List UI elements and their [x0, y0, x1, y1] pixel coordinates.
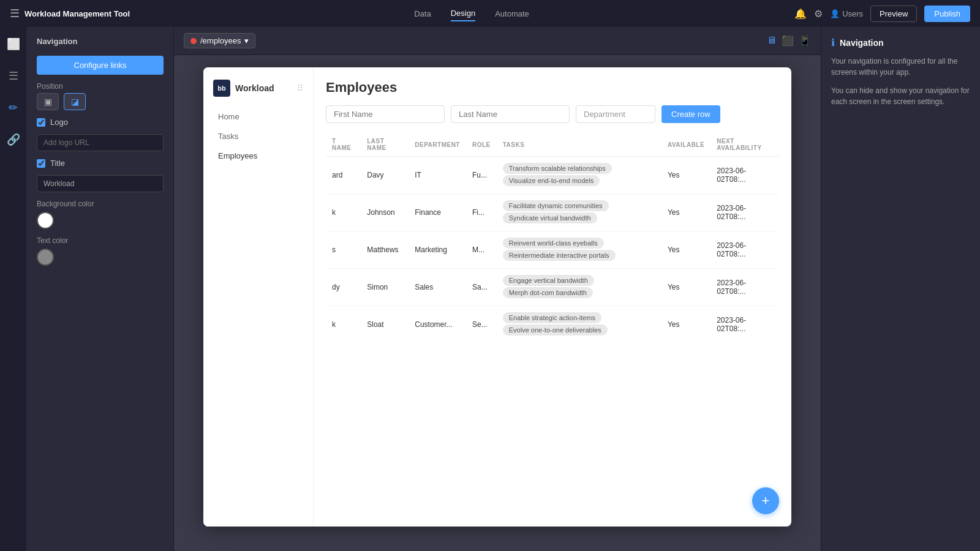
- cell-first: k: [326, 306, 361, 343]
- configure-links-button[interactable]: Configure links: [37, 56, 164, 75]
- publish-button[interactable]: Publish: [924, 6, 970, 22]
- drag-icon[interactable]: ⠿: [297, 83, 303, 93]
- cell-last: Simon: [361, 269, 409, 306]
- route-chevron: ▾: [244, 36, 249, 45]
- tablet-icon[interactable]: ⬛: [782, 35, 794, 47]
- cell-role: M...: [466, 231, 497, 269]
- text-color-picker[interactable]: [37, 249, 54, 266]
- right-panel-title: Navigation: [840, 38, 884, 48]
- cell-role: Fu...: [466, 157, 497, 194]
- users-label: Users: [842, 9, 863, 18]
- text-color-label: Text color: [37, 236, 164, 245]
- cell-first: dy: [326, 269, 361, 306]
- title-checkbox[interactable]: [37, 159, 45, 168]
- preview-topbar: /employees ▾ 🖥 ⬛ 📱: [174, 27, 821, 55]
- table-row[interactable]: ard Davy IT Fu... Transform scalable rel…: [326, 157, 779, 194]
- sidebar-icon-link[interactable]: 🔗: [4, 130, 23, 149]
- col-available: AVAILABLE: [662, 133, 710, 157]
- cell-first: ard: [326, 157, 361, 194]
- position-left-button[interactable]: ▣: [37, 93, 59, 110]
- cell-next-avail: 2023-06-02T08:...: [710, 194, 779, 231]
- cell-dept: Customer...: [409, 306, 466, 343]
- title-label: Title: [50, 159, 65, 168]
- settings-icon[interactable]: ⚙: [814, 8, 823, 20]
- tab-data[interactable]: Data: [414, 7, 431, 21]
- cell-dept: Marketing: [409, 231, 466, 269]
- create-row-button[interactable]: Create row: [662, 105, 720, 123]
- route-badge[interactable]: /employees ▾: [184, 33, 255, 48]
- notification-icon[interactable]: 🔔: [794, 8, 807, 20]
- cell-dept: Sales: [409, 269, 466, 306]
- app-logo-area: bb Workload ⠿: [203, 75, 313, 107]
- col-role: ROLE: [466, 133, 497, 157]
- preview-area: /employees ▾ 🖥 ⬛ 📱 bb Workload ⠿ Home: [174, 27, 821, 551]
- sidebar-icon-screen[interactable]: ⬜: [4, 34, 23, 54]
- task-tag: Visualize end-to-end models: [503, 175, 600, 186]
- task-tag: Enable strategic action-items: [503, 312, 601, 323]
- bg-color-picker[interactable]: [37, 212, 54, 229]
- user-icon: 👤: [830, 9, 840, 18]
- cell-first: k: [326, 194, 361, 231]
- cell-available: Yes: [662, 157, 710, 194]
- col-next-avail: NEXT AVAILABILITY: [710, 133, 779, 157]
- cell-dept: IT: [409, 157, 466, 194]
- right-panel-header: ℹ Navigation: [831, 37, 970, 48]
- sidebar-icon-pen[interactable]: ✏: [4, 98, 23, 118]
- task-tag: Facilitate dynamic communities: [503, 200, 609, 211]
- cell-last: Johnson: [361, 194, 409, 231]
- title-input[interactable]: [37, 175, 164, 192]
- app-sidebar: bb Workload ⠿ Home Tasks Employees: [203, 67, 314, 527]
- col-lastname: LAST NAME: [361, 133, 409, 157]
- info-icon: ℹ: [831, 37, 835, 48]
- menu-icon[interactable]: ☰: [10, 7, 20, 20]
- mobile-icon[interactable]: 📱: [799, 35, 811, 47]
- logo-url-input[interactable]: [37, 134, 164, 151]
- col-firstname: T NAME: [326, 133, 361, 157]
- app-logo: bb: [213, 80, 230, 97]
- logo-checkbox[interactable]: [37, 118, 45, 127]
- position-label: Position: [37, 82, 164, 91]
- cell-next-avail: 2023-06-02T08:...: [710, 306, 779, 343]
- app-title: Workload Management Tool: [24, 9, 130, 18]
- nav-item-home[interactable]: Home: [208, 107, 308, 126]
- task-tag: Syndicate virtual bandwidth: [503, 212, 597, 223]
- route-text: /employees: [200, 36, 241, 45]
- nav-item-tasks[interactable]: Tasks: [208, 127, 308, 146]
- nav-item-employees[interactable]: Employees: [208, 146, 308, 165]
- desktop-icon[interactable]: 🖥: [767, 35, 777, 47]
- cell-last: Davy: [361, 157, 409, 194]
- position-buttons: ▣ ◪: [37, 93, 164, 110]
- cell-dept: Finance: [409, 194, 466, 231]
- cell-role: Sa...: [466, 269, 497, 306]
- position-right-button[interactable]: ◪: [64, 93, 86, 110]
- cell-next-avail: 2023-06-02T08:...: [710, 157, 779, 194]
- cell-available: Yes: [662, 269, 710, 306]
- users-button[interactable]: 👤 Users: [830, 9, 863, 18]
- cell-tasks: Engage vertical bandwidthMerph dot-com b…: [497, 269, 662, 306]
- cell-tasks: Facilitate dynamic communitiesSyndicate …: [497, 194, 662, 231]
- table-row[interactable]: dy Simon Sales Sa... Engage vertical ban…: [326, 269, 779, 306]
- table-row[interactable]: k Sloat Customer... Se... Enable strateg…: [326, 306, 779, 343]
- tab-automate[interactable]: Automate: [495, 7, 529, 21]
- department-select[interactable]: Department IT Finance Marketing Sales Cu…: [576, 105, 655, 123]
- search-firstname-input[interactable]: [326, 105, 445, 123]
- fab-button[interactable]: +: [752, 487, 779, 514]
- logo-checkbox-row: Logo: [37, 118, 164, 127]
- cell-last: Matthews: [361, 231, 409, 269]
- col-dept: DEPARTMENT: [409, 133, 466, 157]
- route-dot: [190, 38, 197, 44]
- table-row[interactable]: s Matthews Marketing M... Reinvent world…: [326, 231, 779, 269]
- cell-available: Yes: [662, 194, 710, 231]
- sidebar-icon-list[interactable]: ☰: [4, 66, 23, 86]
- preview-button[interactable]: Preview: [870, 6, 917, 22]
- tab-design[interactable]: Design: [451, 6, 475, 21]
- employees-table: T NAME LAST NAME DEPARTMENT ROLE TASKS A…: [326, 133, 779, 343]
- topbar: ☰ Workload Management Tool Data Design A…: [0, 0, 980, 27]
- task-tag: Evolve one-to-one deliverables: [503, 324, 608, 335]
- text-color-section: Text color: [37, 236, 164, 266]
- icon-sidebar: ⬜ ☰ ✏ 🔗: [0, 27, 27, 551]
- table-row[interactable]: k Johnson Finance Fi... Facilitate dynam…: [326, 194, 779, 231]
- right-panel: ℹ Navigation Your navigation is configur…: [821, 27, 980, 551]
- topbar-tabs: Data Design Automate: [157, 6, 786, 21]
- search-lastname-input[interactable]: [451, 105, 570, 123]
